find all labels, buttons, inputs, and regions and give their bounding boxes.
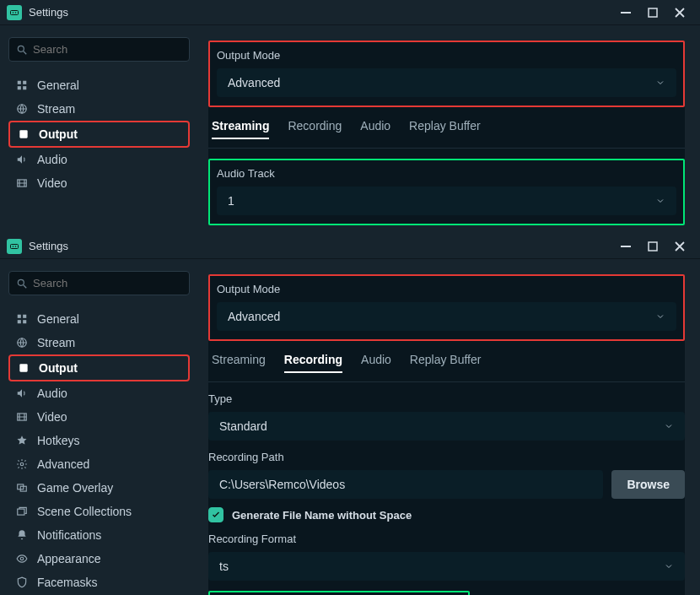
sidebar-item-label: Output: [39, 127, 78, 141]
svg-rect-3: [621, 12, 631, 14]
sidebar-item-general[interactable]: General: [8, 307, 190, 331]
close-button[interactable]: [666, 1, 693, 24]
svg-point-26: [20, 462, 24, 466]
sidebar-item-facemasks[interactable]: Facemasks: [8, 571, 190, 594]
sidebar-item-label: Stream: [37, 102, 75, 116]
audio-track-value: 1: [228, 194, 234, 208]
sidebar-item-video[interactable]: Video: [8, 405, 190, 429]
tab-audio[interactable]: Audio: [361, 353, 391, 373]
svg-rect-29: [18, 509, 24, 515]
chevron-down-icon: [655, 311, 665, 322]
svg-rect-21: [18, 320, 21, 323]
search-input[interactable]: [33, 43, 182, 56]
type-label: Type: [208, 392, 685, 405]
sidebar-item-label: Advanced: [37, 457, 89, 471]
sidebar-item-label: General: [37, 312, 79, 326]
svg-rect-8: [18, 86, 21, 89]
recording-path-input[interactable]: C:\Users\Remco\Videos: [208, 470, 603, 499]
settings-window-recording: Settings General: [0, 234, 700, 595]
sidebar-item-audio[interactable]: Audio: [8, 148, 190, 171]
sidebar-item-game-overlay[interactable]: Game Overlay: [8, 476, 190, 500]
sidebar-item-appearance[interactable]: Appearance: [8, 547, 190, 571]
tab-audio[interactable]: Audio: [360, 119, 390, 139]
bell-icon: [13, 529, 30, 541]
maximize-button[interactable]: [639, 235, 666, 258]
sidebar-item-hotkeys[interactable]: Hotkeys: [8, 429, 190, 452]
window-title: Settings: [29, 6, 68, 19]
output-mode-select[interactable]: Advanced: [217, 302, 676, 331]
svg-rect-24: [19, 364, 27, 371]
output-icon: [15, 128, 32, 140]
audio-track-select[interactable]: 1: [217, 187, 676, 215]
minimize-button[interactable]: [612, 1, 639, 24]
output-mode-select[interactable]: Advanced: [217, 68, 676, 97]
tab-recording[interactable]: Recording: [284, 353, 342, 373]
search-input[interactable]: [33, 277, 182, 289]
sidebar-item-label: Video: [37, 410, 67, 424]
sidebar-item-audio[interactable]: Audio: [8, 381, 190, 405]
sidebar-item-label: Game Overlay: [37, 481, 113, 495]
generate-filename-checkbox[interactable]: [208, 507, 223, 522]
sidebar-item-general[interactable]: General: [8, 73, 190, 97]
svg-rect-11: [19, 130, 27, 138]
audio-track-group: Audio Track 1 2: [208, 591, 470, 595]
film-icon: [13, 411, 30, 423]
recording-format-select[interactable]: ts: [208, 552, 685, 581]
sidebar-item-video[interactable]: Video: [8, 171, 190, 195]
tab-streaming[interactable]: Streaming: [212, 353, 266, 373]
minimize-button[interactable]: [612, 235, 639, 258]
globe-icon: [13, 103, 30, 115]
sidebar-item-output[interactable]: Output: [8, 354, 190, 381]
grid-icon: [13, 79, 30, 91]
svg-point-14: [13, 246, 14, 247]
generate-filename-row[interactable]: Generate File Name without Space: [208, 507, 685, 522]
sidebar-item-output[interactable]: Output: [8, 121, 190, 148]
content-pane: Output Mode Advanced Streaming Recording…: [198, 25, 700, 234]
sidebar-item-label: Stream: [37, 336, 75, 349]
sidebar-item-label: Appearance: [37, 552, 101, 565]
output-tabs: Streaming Recording Audio Replay Buffer: [208, 107, 685, 149]
maximize-button[interactable]: [639, 1, 666, 24]
sidebar-item-stream[interactable]: Stream: [8, 97, 190, 121]
tab-streaming[interactable]: Streaming: [212, 119, 269, 139]
titlebar: Settings: [0, 234, 700, 259]
app-icon: [7, 5, 22, 20]
tab-replay-buffer[interactable]: Replay Buffer: [410, 353, 482, 373]
svg-rect-13: [11, 244, 19, 248]
svg-rect-7: [23, 81, 26, 84]
sidebar: General Stream Output Audio Video: [0, 259, 198, 595]
type-value: Standard: [219, 419, 267, 433]
output-mode-group: Output Mode Advanced: [208, 274, 685, 341]
sidebar-item-label: Facemasks: [37, 576, 98, 589]
svg-point-30: [20, 557, 24, 560]
sidebar-item-notifications[interactable]: Notifications: [8, 523, 190, 547]
chevron-down-icon: [655, 78, 665, 88]
browse-button[interactable]: Browse: [611, 470, 685, 499]
star-icon: [13, 435, 30, 446]
search-input-wrapper[interactable]: [8, 271, 190, 295]
sidebar-item-advanced[interactable]: Advanced: [8, 452, 190, 476]
svg-rect-19: [18, 315, 21, 318]
output-mode-value: Advanced: [228, 310, 280, 323]
grid-icon: [13, 313, 30, 325]
sidebar-item-label: Output: [39, 361, 78, 375]
output-icon: [15, 362, 32, 374]
svg-point-1: [13, 12, 14, 14]
svg-rect-9: [23, 86, 26, 89]
sidebar-item-label: Video: [37, 176, 67, 190]
svg-rect-4: [649, 8, 657, 17]
sidebar-item-scene-collections[interactable]: Scene Collections: [8, 500, 190, 523]
shield-icon: [13, 576, 30, 588]
sidebar-item-label: Audio: [37, 387, 67, 400]
tab-replay-buffer[interactable]: Replay Buffer: [409, 119, 481, 139]
sidebar-item-stream[interactable]: Stream: [8, 331, 190, 354]
search-input-wrapper[interactable]: [8, 37, 190, 62]
type-select[interactable]: Standard: [208, 412, 685, 441]
sidebar-item-label: Audio: [37, 153, 67, 166]
settings-window-streaming: Settings General: [0, 0, 700, 234]
chevron-down-icon: [664, 561, 674, 571]
output-tabs: Streaming Recording Audio Replay Buffer: [208, 341, 685, 382]
tab-recording[interactable]: Recording: [288, 119, 342, 139]
close-button[interactable]: [666, 235, 693, 258]
sidebar-item-label: General: [37, 78, 79, 92]
